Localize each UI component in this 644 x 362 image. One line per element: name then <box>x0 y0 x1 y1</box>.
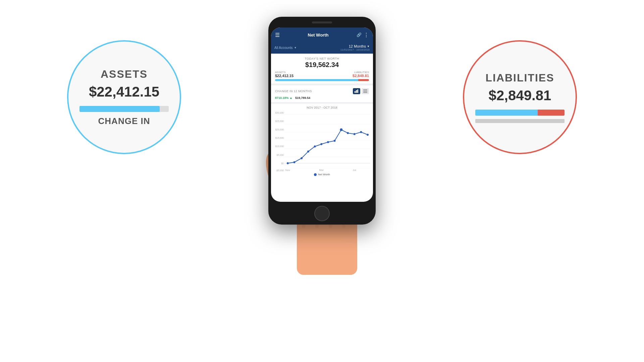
accounts-chevron-icon: ▼ <box>294 46 297 49</box>
svg-rect-12 <box>356 90 357 93</box>
list-icon <box>363 89 367 93</box>
net-worth-value: $19,562.34 <box>275 61 369 69</box>
change-header-row: CHANGE IN 12 MONTHS <box>275 88 369 94</box>
chart-point-4 <box>307 150 309 153</box>
phone-home-button[interactable] <box>314 206 330 221</box>
chart-line <box>288 130 368 163</box>
liabilities-bar-blue <box>475 110 538 116</box>
app-content: TODAY'S NET WORTH $19,562.34 ASSETS $22,… <box>271 54 373 178</box>
y-label-10k: $10,000 <box>275 145 284 147</box>
phone-liabilities-label: LIABILITIES <box>353 71 369 74</box>
assets-bar-container <box>79 106 169 112</box>
chart-point-12 <box>360 131 362 133</box>
phone-body: ☰ Net Worth 🔗 ⋮ All Accounts ▼ 12 Months… <box>268 17 376 225</box>
change-icons <box>353 88 369 94</box>
change-percentage: 8710.18% ▲ <box>275 96 292 100</box>
svg-rect-14 <box>363 89 367 90</box>
y-label-0: $0 <box>281 162 284 164</box>
liabilities-circle-value: $2,849.81 <box>489 87 551 104</box>
more-icon[interactable]: ⋮ <box>364 32 369 38</box>
phone-assets-label: ASSETS <box>275 71 293 74</box>
legend-label: Net Worth <box>318 173 330 176</box>
chart-legend: Net Worth <box>274 173 370 176</box>
menu-icon[interactable]: ☰ <box>275 32 280 38</box>
chart-point-1 <box>287 162 289 164</box>
progress-assets-bar <box>275 79 358 81</box>
y-label-neg5k: -$5,000 <box>276 169 284 172</box>
list-icon-btn[interactable] <box>362 88 369 94</box>
progress-liabilities-bar <box>358 79 369 81</box>
change-amount: $19,789.54 <box>295 96 310 100</box>
assets-change-label: CHANGE IN <box>98 116 150 126</box>
svg-rect-16 <box>363 92 367 93</box>
link-icon[interactable]: 🔗 <box>357 33 362 37</box>
chart-point-6 <box>320 143 322 145</box>
chart-point-13 <box>367 134 369 136</box>
y-label-5k: $5,000 <box>277 154 284 156</box>
svg-rect-13 <box>357 89 358 93</box>
liabilities-bar-container <box>475 110 565 116</box>
chart-point-3 <box>301 157 303 159</box>
x-label-nov: Nov <box>285 169 290 172</box>
x-label-jul: Jul <box>353 169 356 172</box>
liabilities-bar-red <box>538 110 565 116</box>
assets-circle-value: $22,412.15 <box>89 84 159 100</box>
chart-icon-btn[interactable] <box>353 88 360 94</box>
net-worth-label: TODAY'S NET WORTH <box>275 57 369 60</box>
chart-point-9 <box>340 128 342 131</box>
assets-liabilities-row: ASSETS $22,412.15 LIABILITIES $2,849.81 <box>275 71 369 78</box>
chart-point-7 <box>327 141 329 143</box>
svg-rect-11 <box>355 91 356 93</box>
liabilities-sub-bar <box>475 119 565 123</box>
phone-speaker <box>312 21 332 23</box>
net-worth-section: TODAY'S NET WORTH $19,562.34 ASSETS $22,… <box>271 54 373 84</box>
x-label-mar: Mar <box>319 169 324 172</box>
chart-point-10 <box>347 132 349 134</box>
phone-screen: ☰ Net Worth 🔗 ⋮ All Accounts ▼ 12 Months… <box>271 27 373 202</box>
chart-svg: Nov Mar Jul <box>284 111 370 172</box>
period-label: 12 Months <box>349 44 366 48</box>
assets-circle-label: ASSETS <box>101 68 148 80</box>
chart-point-5 <box>314 145 316 147</box>
progress-bar <box>275 79 369 81</box>
liabilities-circle: LIABILITIES $2,849.81 <box>463 40 577 154</box>
chart-section: NOV 2017 - OCT 2018 $30,000 $25,000 $20,… <box>271 104 373 178</box>
chart-period-label: NOV 2017 - OCT 2018 <box>274 106 370 109</box>
app-header: ☰ Net Worth 🔗 ⋮ <box>271 27 373 42</box>
period-chevron-icon: ▼ <box>367 45 370 48</box>
assets-circle: ASSETS $22,412.15 CHANGE IN <box>67 40 181 154</box>
y-label-15k: $15,000 <box>275 137 284 139</box>
period-filter[interactable]: 12 Months ▼ 11/01/2017 - 10/16/2018 <box>340 44 370 51</box>
y-label-25k: $25,000 <box>275 120 284 122</box>
period-dates: 11/01/2017 - 10/16/2018 <box>340 48 370 51</box>
phone-liabilities-value: $2,849.81 <box>353 74 369 78</box>
legend-dot <box>314 173 317 176</box>
change-stats-row: 8710.18% ▲ $19,789.54 <box>275 96 369 100</box>
app-title: Net Worth <box>280 33 357 38</box>
assets-bar <box>79 106 160 112</box>
phone-assets-value: $22,412.15 <box>275 74 293 78</box>
chart-point-2 <box>293 161 296 163</box>
liabilities-circle-label: LIABILITIES <box>485 72 554 84</box>
y-label-20k: $20,000 <box>275 128 284 131</box>
chart-point-11 <box>354 133 356 135</box>
chart-area: $30,000 $25,000 $20,000 $15,000 $10,000 … <box>274 111 370 172</box>
accounts-filter-label: All Accounts <box>274 46 292 50</box>
change-section: CHANGE IN 12 MONTHS <box>271 85 373 103</box>
accounts-filter[interactable]: All Accounts ▼ <box>274 46 340 50</box>
liabilities-bar-inner <box>475 110 565 116</box>
change-label: CHANGE IN 12 MONTHS <box>275 89 312 93</box>
filter-bar: All Accounts ▼ 12 Months ▼ 11/01/2017 - … <box>271 42 373 54</box>
chart-icon <box>355 89 359 93</box>
chart-point-8 <box>334 140 336 142</box>
y-label-30k: $30,000 <box>275 111 284 114</box>
phone-wrapper: ☰ Net Worth 🔗 ⋮ All Accounts ▼ 12 Months… <box>268 17 376 235</box>
svg-rect-15 <box>363 91 367 92</box>
